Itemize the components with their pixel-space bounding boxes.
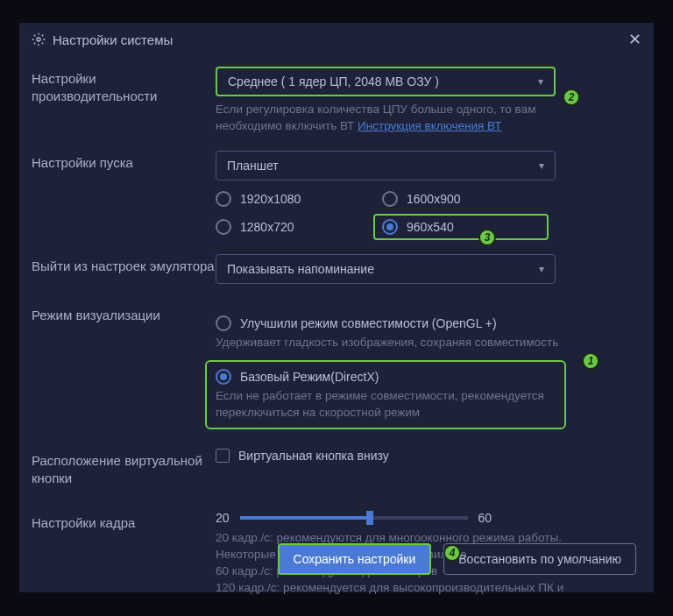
window-title: Настройки системы bbox=[53, 32, 628, 47]
resolution-1920x1080[interactable]: 1920x1080 bbox=[216, 191, 382, 207]
callout-badge-2: 2 bbox=[563, 89, 580, 106]
content: Настройки производительности Среднее ( 1… bbox=[19, 56, 654, 600]
vt-link[interactable]: Инструкция включения ВТ bbox=[358, 119, 501, 132]
slider-min: 20 bbox=[216, 511, 230, 525]
chevron-down-icon: ▾ bbox=[539, 263, 544, 275]
chevron-down-icon: ▾ bbox=[538, 75, 543, 88]
performance-select[interactable]: Среднее ( 1 ядер ЦП, 2048 МВ ОЗУ ) ▾ bbox=[216, 67, 556, 96]
save-button[interactable]: Сохранить настройки bbox=[278, 543, 432, 575]
callout-badge-1: 1 bbox=[582, 352, 599, 370]
settings-window: Настройки системы ✕ Настройки производит… bbox=[19, 23, 654, 592]
launch-value: Планшет bbox=[227, 159, 279, 173]
render-directx[interactable]: Базовый Режим(DirectX) bbox=[216, 369, 556, 385]
callout-badge-4: 4 bbox=[443, 544, 461, 562]
callout-badge-3: 3 bbox=[478, 229, 496, 246]
launch-select[interactable]: Планшет ▾ bbox=[216, 151, 556, 181]
chevron-down-icon: ▾ bbox=[539, 159, 544, 172]
render-opengl-desc: Удерживает гладкость изображения, сохран… bbox=[216, 335, 641, 351]
resolution-960x540[interactable]: 960x540 bbox=[373, 214, 549, 240]
exit-select[interactable]: Показывать напоминание ▾ bbox=[216, 254, 556, 284]
svg-point-0 bbox=[37, 38, 40, 41]
gear-icon bbox=[32, 32, 46, 46]
performance-value: Среднее ( 1 ядер ЦП, 2048 МВ ОЗУ ) bbox=[228, 74, 439, 89]
exit-label: Выйти из настроек эмулятора bbox=[32, 254, 216, 275]
frame-label: Настройки кадра bbox=[32, 511, 216, 532]
render-opengl[interactable]: Улучшили режим совместимости (OpenGL +) bbox=[216, 315, 641, 331]
slider-max: 60 bbox=[478, 511, 492, 525]
render-label: Режим визуализации bbox=[32, 303, 216, 324]
exit-value: Показывать напоминание bbox=[227, 262, 374, 276]
close-icon[interactable]: ✕ bbox=[628, 30, 641, 49]
launch-label: Настройки пуска bbox=[32, 151, 216, 172]
performance-hint: Если регулировка количества ЦПУ больше о… bbox=[216, 102, 584, 135]
restore-button[interactable]: Восстановить по умолчанию bbox=[443, 543, 636, 575]
render-directx-desc: Если не работает в режиме совместимости,… bbox=[216, 388, 556, 421]
frame-slider[interactable] bbox=[240, 516, 468, 520]
vbutton-checkbox[interactable]: Виртуальная кнопка внизу bbox=[216, 449, 641, 463]
resolution-1600x900[interactable]: 1600x900 bbox=[382, 191, 540, 207]
titlebar: Настройки системы ✕ bbox=[19, 23, 654, 56]
resolution-group: 1920x1080 1600x900 1280x720 960x540 bbox=[216, 191, 641, 235]
vbutton-label: Расположение виртуальной кнопки bbox=[32, 449, 216, 486]
performance-label: Настройки производительности bbox=[32, 67, 216, 104]
resolution-1280x720[interactable]: 1280x720 bbox=[216, 219, 382, 235]
